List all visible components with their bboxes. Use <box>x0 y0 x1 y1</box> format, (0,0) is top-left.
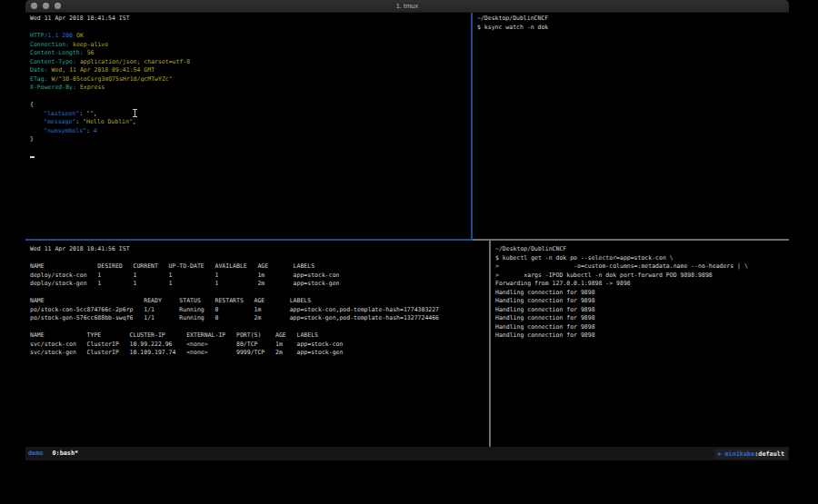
pane-ksync[interactable]: ~/Desktop/DublinCNCF $ ksync watch -n do… <box>473 13 789 239</box>
http-header: X-Powered-By:Express <box>30 84 471 93</box>
handling-connection-line: Handling connection for 9898 <box>495 323 789 332</box>
handling-connection-line: Handling connection for 9898 <box>495 314 789 323</box>
http-status-line: HTTP/1.1 200OK <box>30 32 471 41</box>
session-name-badge[interactable]: demo <box>28 450 43 457</box>
ksync-command: $ ksync watch -n dok <box>477 24 789 33</box>
window-tab-bash[interactable]: 0:bash* <box>52 450 78 457</box>
cwd-label: ~/Desktop/DublinCNCF <box>495 245 789 254</box>
desktop: 1. tmux Wed 11 Apr 2018 10:41:54 IST HTT… <box>0 0 818 504</box>
table-row: po/stock-con-5cc874766c-2p6rp 1/1 Runnin… <box>30 306 489 315</box>
kube-namespace: :default <box>754 450 784 458</box>
kube-context-name: minikube <box>725 450 755 458</box>
svc-table-header: NAME TYPE CLUSTER-IP EXTERNAL-IP PORT(S)… <box>30 331 489 341</box>
window-title: 1. tmux <box>25 0 789 13</box>
handling-connection-line: Handling connection for 9898 <box>495 331 789 341</box>
table-row: svc/stock-gen ClusterIP 10.109.197.74 <n… <box>30 349 489 358</box>
timestamp: Wed 11 Apr 2018 10:41:56 IST <box>30 245 489 254</box>
kubectl-command-continuation: > -o=custom-columns=:metadata.name --no-… <box>495 262 789 272</box>
kube-context-indicator: ⎈ minikube:default <box>714 449 787 460</box>
table-row: svc/stock-con ClusterIP 10.99.222.96 <no… <box>30 341 489 350</box>
pane-kubectl-get[interactable]: Wed 11 Apr 2018 10:41:56 IST NAME DESIRE… <box>25 241 489 447</box>
cwd-label: ~/Desktop/DublinCNCF <box>477 15 789 24</box>
json-open-brace: { <box>30 101 471 110</box>
window-titlebar[interactable]: 1. tmux <box>25 0 789 13</box>
helm-wheel-icon: ⎈ <box>717 450 724 458</box>
tmux-session: Wed 11 Apr 2018 10:41:54 IST HTTP/1.1 20… <box>25 13 789 447</box>
json-close-brace: } <box>30 135 471 144</box>
http-header: ETag:W/"38-05coCsrg3mQ75sHr1d/qcMTwYZc" <box>30 75 471 84</box>
mouse-ibeam-cursor <box>133 109 137 117</box>
pod-table-header: NAME READY STATUS RESTARTS AGE LABELS <box>30 297 489 306</box>
pane-http-output[interactable]: Wed 11 Apr 2018 10:41:54 IST HTTP/1.1 20… <box>25 13 471 239</box>
terminal-cursor <box>30 156 35 159</box>
table-row: po/stock-gen-576cc688bb-swqf6 1/1 Runnin… <box>30 314 489 323</box>
handling-connection-line: Handling connection for 9898 <box>495 297 789 306</box>
pane-port-forward[interactable]: ~/Desktop/DublinCNCF $ kubectl get -n do… <box>491 241 789 447</box>
kubectl-command-continuation: > xargs -IPOD kubectl -n dok port-forwar… <box>495 272 789 281</box>
table-row: deploy/stock-con 1 1 1 1 1m app=stock-co… <box>30 272 489 281</box>
http-header: Content-Type:application/json; charset=u… <box>30 58 471 67</box>
http-header: Date:Wed, 11 Apr 2018 09:41:54 GMT <box>30 66 471 75</box>
tmux-status-bar: demo 0:bash* ⎈ minikube:default <box>25 447 789 460</box>
http-header: Connection:keep-alive <box>30 41 471 50</box>
http-header: Content-Length:56 <box>30 49 471 58</box>
json-entry-numsymbols: "numsymbols": 4 <box>30 127 471 136</box>
deploy-table-header: NAME DESIRED CURRENT UP-TO-DATE AVAILABL… <box>30 262 489 272</box>
kubectl-command: $ kubectl get -n dok po --selector=app=s… <box>495 254 789 263</box>
timestamp: Wed 11 Apr 2018 10:41:54 IST <box>30 15 471 24</box>
json-entry-message: "message": "Hello Dublin", <box>30 118 471 127</box>
json-entry-lastseen: "lastseen": "", <box>30 110 471 119</box>
handling-connection-line: Handling connection for 9898 <box>495 306 789 315</box>
terminal-cursor-line <box>30 153 471 162</box>
table-row: deploy/stock-gen 1 1 1 1 2m app=stock-ge… <box>30 280 489 289</box>
forwarding-status: Forwarding from 127.0.0.1:9898 -> 9898 <box>495 280 789 289</box>
terminal-window: 1. tmux Wed 11 Apr 2018 10:41:54 IST HTT… <box>25 0 789 460</box>
handling-connection-line: Handling connection for 9898 <box>495 289 789 298</box>
